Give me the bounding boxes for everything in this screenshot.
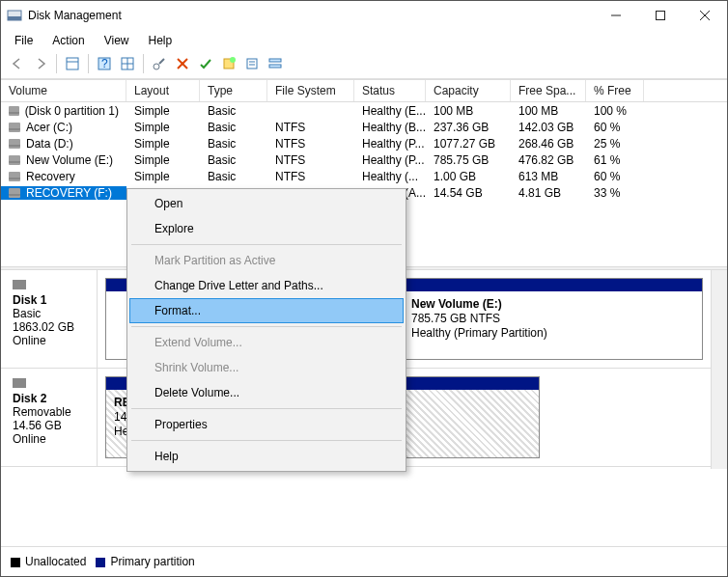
disk-size: 14.56 GB [13, 419, 89, 432]
menu-item-extend-volume: Extend Volume... [129, 330, 404, 355]
back-button[interactable] [7, 53, 28, 74]
svg-rect-19 [247, 59, 257, 69]
column-filesystem[interactable]: File System [267, 80, 354, 101]
legend-primary: Primary partition [110, 555, 194, 568]
cell-layout: Simple [126, 153, 200, 167]
svg-point-13 [154, 64, 159, 69]
disk-icon [13, 378, 26, 388]
cell-capacity: 14.54 GB [426, 186, 511, 200]
volume-list-header: Volume Layout Type File System Status Ca… [1, 79, 727, 102]
menu-item-shrink-volume: Shrink Volume... [129, 355, 404, 380]
column-layout[interactable]: Layout [126, 80, 200, 101]
check-icon[interactable] [195, 53, 216, 74]
cell-capacity: 785.75 GB [426, 153, 511, 167]
menu-item-properties[interactable]: Properties [129, 412, 404, 437]
table-row[interactable]: (Disk 0 partition 1)SimpleBasicHealthy (… [1, 102, 727, 119]
cell-pct: 60 % [586, 170, 644, 183]
disk-icon [13, 280, 26, 289]
menu-view[interactable]: View [97, 32, 137, 49]
disk-type: Removable [13, 405, 89, 419]
delete-icon[interactable] [172, 53, 193, 74]
close-button[interactable] [683, 1, 727, 30]
forward-button[interactable] [30, 53, 51, 74]
cell-layout: Simple [126, 121, 200, 134]
menu-item-open[interactable]: Open [129, 191, 404, 216]
menu-item-change-drive-letter-and-paths[interactable]: Change Drive Letter and Paths... [129, 273, 404, 298]
volume-name: (Disk 0 partition 1) [25, 104, 119, 118]
table-row[interactable]: RecoverySimpleBasicNTFSHealthy (...1.00 … [1, 168, 727, 184]
svg-rect-1 [8, 16, 21, 20]
title-bar: Disk Management [1, 1, 727, 30]
disk-title: Disk 1 [13, 293, 89, 307]
minimize-button[interactable] [594, 1, 638, 30]
swatch-unallocated [11, 558, 20, 567]
cell-free: 4.81 GB [511, 186, 586, 200]
separator [143, 54, 144, 73]
cell-type: Basic [200, 170, 267, 183]
cell-free: 268.46 GB [511, 137, 586, 151]
table-row[interactable]: Acer (C:)SimpleBasicNTFSHealthy (B...237… [1, 119, 727, 135]
cell-type: Basic [200, 137, 267, 151]
cell-fs: NTFS [267, 153, 354, 167]
properties-icon[interactable] [241, 53, 263, 74]
cell-type: Basic [200, 104, 267, 118]
cell-free: 613 MB [511, 170, 586, 183]
menu-item-format[interactable]: Format... [129, 298, 404, 323]
column-status[interactable]: Status [354, 80, 426, 101]
svg-rect-3 [657, 12, 665, 20]
column-type[interactable]: Type [200, 80, 267, 101]
cell-layout: Simple [126, 104, 200, 118]
column-pct-free[interactable]: % Free [586, 80, 644, 101]
new-icon[interactable] [218, 53, 239, 74]
menu-item-explore[interactable]: Explore [129, 216, 404, 241]
menu-item-help[interactable]: Help [129, 444, 404, 469]
context-menu: OpenExploreMark Partition as ActiveChang… [126, 188, 406, 472]
column-capacity[interactable]: Capacity [426, 80, 511, 101]
list-icon[interactable] [265, 53, 286, 74]
cell-status: Healthy (... [354, 170, 426, 183]
show-hide-button[interactable] [62, 53, 83, 74]
table-row[interactable]: New Volume (E:)SimpleBasicNTFSHealthy (P… [1, 151, 727, 168]
menu-bar: File Action View Help [1, 30, 727, 51]
drive-icon [9, 155, 20, 165]
cell-type: Basic [200, 121, 267, 134]
cell-layout: Simple [126, 137, 200, 151]
view-icon[interactable] [117, 53, 138, 74]
cell-free: 142.03 GB [511, 121, 586, 134]
volume-name: Recovery [26, 170, 75, 183]
svg-rect-6 [67, 58, 78, 69]
legend-unallocated: Unallocated [25, 555, 86, 568]
cell-status: Healthy (P... [354, 153, 426, 167]
volume-name: New Volume (E:) [26, 153, 113, 167]
drive-icon [9, 139, 20, 149]
menu-item-delete-volume[interactable]: Delete Volume... [129, 380, 404, 405]
cell-type: Basic [200, 153, 267, 167]
menu-help[interactable]: Help [141, 32, 181, 49]
cell-free: 476.82 GB [511, 153, 586, 167]
cell-pct: 60 % [586, 121, 644, 134]
disk-status: Online [13, 432, 89, 446]
partition-e[interactable]: New Volume (E:) 785.75 GB NTFS Healthy (… [403, 278, 703, 360]
menu-file[interactable]: File [7, 32, 41, 49]
svg-rect-22 [269, 59, 281, 62]
drive-icon [9, 106, 19, 116]
table-row[interactable]: Data (D:)SimpleBasicNTFSHealthy (P...107… [1, 135, 727, 151]
column-volume[interactable]: Volume [1, 80, 126, 101]
separator [88, 54, 89, 73]
toolbar: ? [1, 51, 727, 79]
cell-pct: 25 % [586, 137, 644, 151]
column-free[interactable]: Free Spa... [511, 80, 586, 101]
menu-separator [131, 440, 402, 441]
partition-size: 785.75 GB NTFS [411, 312, 500, 325]
disk-title: Disk 2 [13, 392, 89, 405]
scrollbar[interactable] [711, 270, 727, 469]
menu-separator [131, 326, 402, 327]
cell-status: Healthy (P... [354, 137, 426, 151]
cell-pct: 33 % [586, 186, 644, 200]
menu-action[interactable]: Action [44, 32, 92, 49]
maximize-button[interactable] [638, 1, 683, 30]
help-icon[interactable]: ? [94, 53, 115, 74]
partition-status: Healthy (Primary Partition) [411, 326, 547, 340]
refresh-icon[interactable] [149, 53, 170, 74]
svg-line-14 [159, 59, 164, 64]
